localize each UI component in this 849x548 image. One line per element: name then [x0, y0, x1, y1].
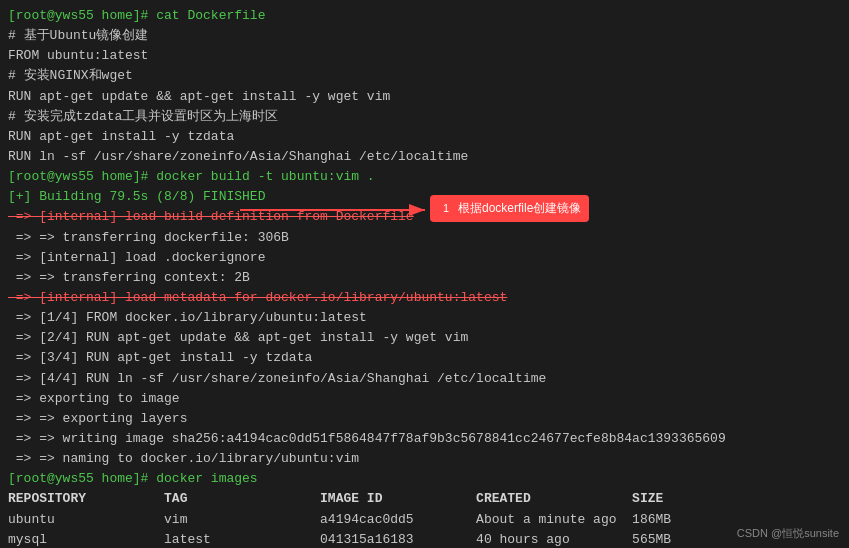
terminal-line: => [4/4] RUN ln -sf /usr/share/zoneinfo/… [8, 369, 841, 389]
terminal-line: => [3/4] RUN apt-get install -y tzdata [8, 348, 841, 368]
terminal-line: [root@yws55 home]# cat Dockerfile [8, 6, 841, 26]
terminal-line: => [internal] load .dockerignore [8, 248, 841, 268]
terminal-line: REPOSITORY TAG IMAGE ID CREATED SIZE [8, 489, 841, 509]
terminal-line: => => exporting layers [8, 409, 841, 429]
terminal-line: [root@yws55 home]# docker images [8, 469, 841, 489]
terminal-window: [root@yws55 home]# cat Dockerfile# 基于Ubu… [0, 0, 849, 548]
watermark: CSDN @恒悦sunsite [737, 525, 839, 542]
terminal-line: => => writing image sha256:a4194cac0dd51… [8, 429, 841, 449]
annotation-arrow [240, 195, 440, 225]
annotation-text: 根据dockerfile创建镜像 [458, 201, 581, 215]
terminal-line: => [2/4] RUN apt-get update && apt-get i… [8, 328, 841, 348]
terminal-line: # 安装NGINX和wget [8, 66, 841, 86]
terminal-line: # 安装完成tzdata工具并设置时区为上海时区 [8, 107, 841, 127]
terminal-line: mysql latest 041315a16183 40 hours ago 5… [8, 530, 841, 548]
terminal-line: => => transferring context: 2B [8, 268, 841, 288]
terminal-line: [root@yws55 home]# docker build -t ubunt… [8, 167, 841, 187]
terminal-line: FROM ubuntu:latest [8, 46, 841, 66]
terminal-line: ubuntu vim a4194cac0dd5 About a minute a… [8, 510, 841, 530]
annotation-number: 1 [438, 200, 454, 216]
terminal-line: => exporting to image [8, 389, 841, 409]
terminal-line: # 基于Ubuntu镜像创建 [8, 26, 841, 46]
terminal-line: RUN ln -sf /usr/share/zoneinfo/Asia/Shan… [8, 147, 841, 167]
terminal-line: => [internal] load metadata for docker.i… [8, 288, 841, 308]
terminal-line: RUN apt-get install -y tzdata [8, 127, 841, 147]
terminal-line: => [1/4] FROM docker.io/library/ubuntu:l… [8, 308, 841, 328]
terminal-line: RUN apt-get update && apt-get install -y… [8, 87, 841, 107]
terminal-line: => => transferring dockerfile: 306B [8, 228, 841, 248]
terminal-line: => => naming to docker.io/library/ubuntu… [8, 449, 841, 469]
annotation-bubble: 1根据dockerfile创建镜像 [430, 195, 589, 222]
